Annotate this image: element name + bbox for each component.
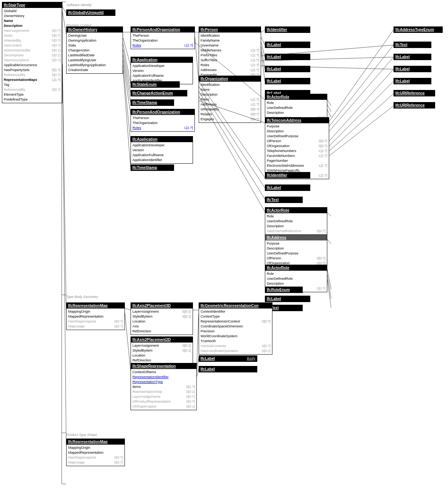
header-ifc-actor-role-3: IfcActorRole [265, 265, 327, 271]
svg-line-9 [123, 70, 131, 167]
field-is-nested-by: IsNestedByS[0:?] [4, 38, 61, 43]
f-ar3-desc: Description [267, 281, 325, 286]
f-ar2-role: Role [267, 214, 325, 219]
f-last-mod-user: LastModifyingUser [68, 58, 121, 63]
field-tag: Tag [4, 82, 61, 87]
f-owning-user: OwningUser [68, 33, 121, 38]
field-has-prop-sets: HasPropertySetsS[1:?] [4, 68, 61, 73]
svg-line-41 [125, 308, 131, 310]
box-ifc-uri-ref-2: IfcURIReference [394, 102, 435, 109]
f-ar2-ext-ref: HasExternalReferenceS[0:?] [267, 229, 325, 234]
field-has-assoc: HasAssociationsS[0:?] [4, 58, 61, 63]
box-ifc-timestamp-2: IfcTimeStamp [131, 164, 174, 171]
f-ar1-role: Role [267, 101, 325, 105]
svg-line-33 [329, 81, 394, 146]
header-ifc-identifier-2: IfcIdentifier [265, 172, 310, 178]
f-ta-purpose: Purpose [267, 124, 327, 129]
header-ifc-rep-map-2: IfcRepresentationMap [67, 439, 124, 445]
box-ifc-telecom-address: IfcTelecomAddress Purpose Description Us… [265, 117, 329, 179]
f-grc-ctx-type: ContextType [201, 314, 271, 319]
f-rm1-shape-aspects: HasShapeAspectsS[0:?] [68, 319, 123, 324]
f-addr-desc: Description [267, 246, 325, 251]
header-ifc-uri-ref-2: IfcURIReference [394, 102, 435, 108]
f-org-name: Name [201, 87, 259, 92]
field-nests: NestsS[0:?] [4, 33, 61, 38]
f-grc-ctx-id: ContextIdentifier [201, 309, 271, 314]
body-ifc-rep-map-2: MappingOrigin MappedRepresentation HasSh… [67, 445, 124, 466]
f-ar3-role: Role [267, 271, 325, 276]
svg-line-0 [62, 7, 66, 13]
svg-line-14 [261, 37, 265, 45]
body-ifc-person-and-org-1: ThePerson TheOrganization RolesL[1:?] [131, 33, 194, 49]
f-the-org: TheOrganization [132, 38, 193, 43]
f-ar1-udr: UserDefinedRole [267, 105, 325, 110]
f-version-2: Version [132, 148, 191, 153]
box-ifc-timestamp-1: IfcTimeStamp [131, 99, 174, 106]
header-ifc-label-10: IfcLabel [265, 296, 310, 302]
f-last-mod-date: LastModifiedDate [68, 53, 121, 58]
header-ifc-globally-unique-id: IfcGloballyUniqueId [67, 10, 115, 16]
body-ifc-application-1: ApplicationDeveloper Version Application… [131, 63, 193, 84]
field-decomposes: DecomposesS[0:1] [4, 53, 61, 58]
svg-line-15 [261, 42, 265, 57]
svg-line-40 [327, 279, 331, 308]
header-ifc-label-1: IfcLabel [265, 42, 310, 48]
header-ifc-actor-role-1: IfcActorRole [265, 94, 327, 100]
box-ifc-address: IfcAddress Purpose Description UserDefin… [265, 234, 327, 267]
header-ifc-timestamp-1: IfcTimeStamp [131, 100, 174, 105]
f-rm2-mapped-rep: MappedRepresentation [68, 450, 123, 455]
f-last-mod-app: LastModifyingApplication [68, 63, 121, 68]
f-a3d-location: Location [132, 319, 191, 324]
field-description: Description [4, 23, 61, 28]
f-a2d-ref-dir: RefDirection [132, 358, 191, 363]
f-sr-layer: LayerAssignmentsS[0:?] [132, 394, 195, 399]
f-sr-rep-id: RepresentationIdentifier [132, 375, 195, 380]
f-rm2-shape-aspects: HasShapeAspectsS[0:?] [68, 455, 123, 460]
f-ta-tel: TelephoneNumbersL[1:?] [267, 149, 327, 153]
box-ifc-person-and-org-1: IfcPersonAndOrganization ThePerson TheOr… [131, 26, 195, 49]
f-grc-coord-dim: CoordinateSpaceDimension [201, 324, 271, 329]
header-ifc-telecom-address: IfcTelecomAddress [265, 118, 329, 123]
header-ifc-label-9: IfcLabel [265, 185, 310, 191]
f-ar3-udr: UserDefinedRole [267, 276, 325, 281]
f-ta-fax: FacsimileNumbersL[1:?] [267, 153, 327, 158]
box-ifc-identifier-1: IfcIdentifier [265, 26, 310, 33]
header-ifc-label-7: IfcLabel [394, 78, 431, 84]
svg-line-48 [62, 64, 66, 445]
box-ifc-address-type-enum: IfcAddressTypeEnum [394, 26, 443, 33]
body-ifc-axis2-3d: LayerAssignmentS[0:1] StyledByItemS[0:1]… [131, 309, 193, 335]
section-type-body-geometry: Type Body Geometry [66, 295, 98, 299]
f-a3d-layer: LayerAssignmentS[0:1] [132, 309, 191, 314]
f-app-full-name-1: ApplicationFullName [132, 73, 191, 78]
header-ifc-geom-rep-context: IfcGeometricRepresentationCon [199, 303, 272, 309]
svg-line-47 [62, 64, 66, 310]
box-ifc-label-7: IfcLabel [394, 78, 431, 84]
header-ifc-label-6: IfcLabel [265, 78, 310, 84]
box-ifc-axis2-2d: IfcAxis2Placement2D LayerAssignmentS[0:1… [131, 336, 193, 364]
f-ta-udp: UserDefinedPurpose [267, 134, 327, 139]
f-addr-of-person: OfPersonS[0:?] [267, 256, 325, 261]
field-has-context: HasContextS[0:?] [4, 43, 61, 48]
box-ifc-role-enum-visible: IfcRoleEnum [265, 287, 303, 293]
svg-line-4 [123, 43, 131, 84]
header-ifc-person: IfcPerson [199, 27, 261, 33]
header-ifc-application-1: IfcApplication [131, 57, 193, 63]
svg-line-38 [327, 270, 331, 289]
f-identification: Identification [201, 33, 259, 38]
f-grc-coord-op: HasCoordinateOperationS[0:1] [201, 349, 271, 353]
header-ifc-change-action-enum: IfcChangeActionEnum [131, 90, 187, 96]
f-app-full-name-2: ApplicationFullName [132, 153, 191, 158]
f-sr-rep-type: RepresentationType [132, 380, 195, 384]
f-a3d-ref-dir: RefDirection [132, 329, 191, 334]
header-ifc-actor-role-2: IfcActorRole [265, 208, 327, 213]
svg-line-32 [329, 69, 394, 141]
f-change-action: ChangeAction [68, 48, 121, 53]
svg-line-17 [261, 51, 265, 81]
f-a3d-styled: StyledByItemS[0:1] [132, 314, 191, 319]
section-product-type-shape: Product Type Shape [66, 433, 97, 437]
f-version-1: Version [132, 68, 191, 73]
section-software-identity: Software Identity [66, 3, 92, 7]
header-ifc-uri-ref-1: IfcURIReference [394, 90, 435, 96]
f-roles-2: RolesL[1:?] [132, 126, 193, 130]
box-ifc-stair-type: IfcStairType GlobalId OwnerHistory Name … [2, 2, 62, 103]
